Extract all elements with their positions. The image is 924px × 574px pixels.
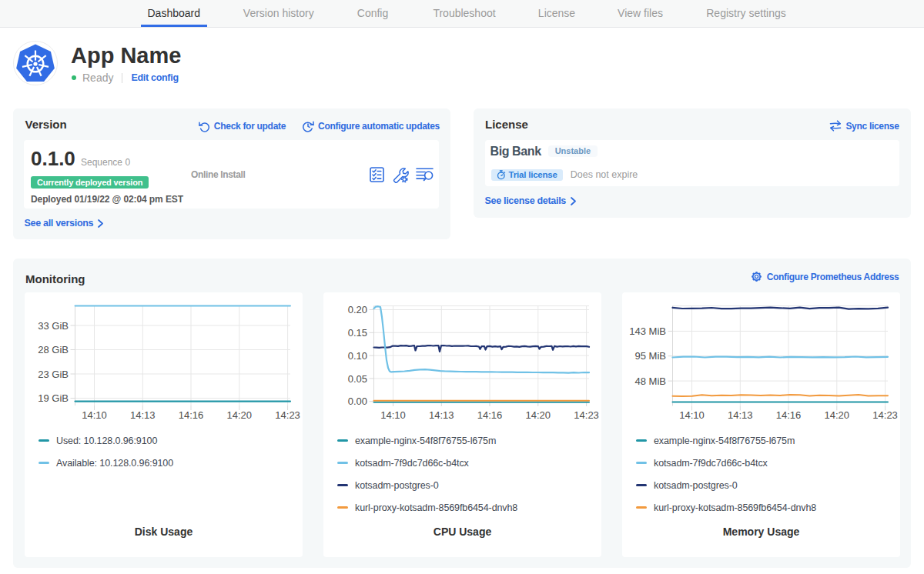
svg-text:14:23: 14:23 — [275, 409, 300, 421]
svg-text:14:23: 14:23 — [872, 409, 898, 421]
svg-text:28 GiB: 28 GiB — [38, 344, 69, 355]
svg-text:0.05: 0.05 — [348, 373, 367, 385]
svg-text:14:23: 14:23 — [574, 409, 599, 421]
svg-text:14:13: 14:13 — [429, 409, 454, 421]
svg-text:23 GiB: 23 GiB — [38, 369, 69, 380]
svg-text:14:20: 14:20 — [825, 409, 850, 421]
svg-text:14:16: 14:16 — [477, 409, 503, 421]
svg-text:0.10: 0.10 — [348, 350, 367, 362]
svg-text:14:16: 14:16 — [776, 409, 802, 421]
svg-text:14:13: 14:13 — [130, 409, 156, 421]
svg-text:95 MiB: 95 MiB — [635, 350, 666, 362]
svg-text:14:10: 14:10 — [380, 409, 406, 421]
svg-text:33 GiB: 33 GiB — [38, 320, 69, 332]
svg-text:0.00: 0.00 — [348, 395, 367, 407]
svg-text:48 MiB: 48 MiB — [635, 375, 666, 387]
svg-text:14:16: 14:16 — [179, 409, 204, 421]
svg-text:143 MiB: 143 MiB — [629, 325, 666, 337]
svg-text:19 GiB: 19 GiB — [38, 392, 69, 404]
svg-text:14:13: 14:13 — [728, 409, 753, 421]
svg-text:14:10: 14:10 — [82, 409, 107, 421]
svg-text:14:10: 14:10 — [679, 409, 705, 421]
svg-text:14:20: 14:20 — [227, 409, 253, 421]
svg-text:0.15: 0.15 — [348, 327, 367, 339]
svg-text:14:20: 14:20 — [526, 409, 551, 421]
svg-text:0.20: 0.20 — [348, 304, 367, 315]
